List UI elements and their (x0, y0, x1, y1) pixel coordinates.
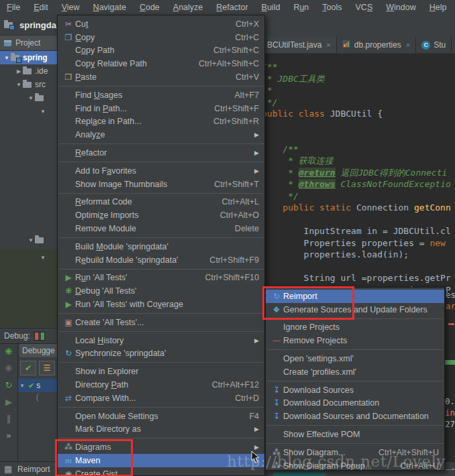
menu-item-show-image-thumbnails[interactable]: Show Image ThumbnailsCtrl+Shift+T (58, 178, 264, 191)
tree-row-src[interactable]: ▼src (0, 78, 57, 91)
menu-separator (266, 381, 444, 381)
debugger-tab[interactable]: Debugge (19, 344, 58, 357)
menu-shortcut: Ctrl+Alt+U (400, 461, 439, 471)
menu-item-open-settings-xml[interactable]: Open 'settings.xml' (266, 352, 444, 365)
tree-row-item[interactable]: ▼ (0, 233, 58, 247)
chevron-down-icon[interactable]: ▼ (3, 55, 11, 61)
menu-item-generate-sources-and-update-folders[interactable]: ❖Generate Sources and Update Folders (266, 303, 444, 316)
menu-item-build-module-springdata[interactable]: Build Module 'springdata' (58, 240, 264, 253)
navbar-project-crumb[interactable]: springda (0, 15, 57, 35)
menu-item-copy-path[interactable]: Copy PathCtrl+Shift+C (58, 44, 264, 58)
chevron-down-icon[interactable]: ▼ (39, 255, 47, 261)
menu-item-debug-all-tests[interactable]: ❋Debug 'All Tests' (58, 284, 264, 298)
tab-close-icon[interactable]: × (326, 41, 330, 49)
menu-item-add-to-favorites[interactable]: Add to Favorites▶ (58, 164, 264, 178)
editor-tab-bcutiltest-java[interactable]: BCUtilTest.java× (262, 37, 337, 53)
rerun-icon[interactable]: ↻ (5, 381, 13, 390)
menu-item-copy[interactable]: ❐CopyCtrl+C (58, 31, 264, 44)
menu-item-local-history[interactable]: Local History▶ (58, 334, 264, 347)
menubar-item-window[interactable]: Window (379, 3, 422, 12)
menu-item-cut[interactable]: ✂CutCtrl+X (58, 17, 264, 31)
menu-item-show-in-explorer[interactable]: Show in Explorer (58, 365, 264, 378)
menu-item-show-effective-pom[interactable]: Show Effective POM (266, 428, 444, 441)
menubar-item-run[interactable]: Run (287, 3, 315, 12)
menu-item-create-all-tests[interactable]: ▣Create 'All Tests'... (58, 316, 264, 329)
editor-tab-db-properties[interactable]: db.properties× (337, 37, 416, 53)
menu-item-reimport[interactable]: ↻Reimport (266, 290, 444, 303)
menu-item-find-in-path[interactable]: Find in Path...Ctrl+Shift+F (58, 102, 264, 115)
tree-row-spring[interactable]: ▼spring (0, 51, 57, 64)
code-line: /** (262, 143, 451, 156)
menu-item-maven[interactable]: mMaven▶ (58, 454, 264, 467)
tree-row-ide[interactable]: ▶.ide (0, 64, 57, 78)
chevron-down-icon[interactable]: ▼ (27, 95, 35, 101)
menubar-item-code[interactable]: Code (133, 3, 166, 12)
debug-icon[interactable]: ❋ (5, 347, 13, 357)
menu-item-remove-module[interactable]: Remove ModuleDelete (58, 222, 264, 235)
menu-item-run-all-tests-with-coverage[interactable]: ▶Run 'All Tests' with Coverage (58, 298, 264, 311)
muted-breakpoints-icon[interactable]: ❋ (5, 364, 13, 373)
menu-item-label: Copy Path (75, 46, 203, 55)
menu-item-download-documentation[interactable]: ↧Download Documentation (266, 397, 444, 410)
menu-item-paste[interactable]: ❒PasteCtrl+V (58, 70, 264, 84)
menu-item-refactor[interactable]: Refactor▶ (58, 146, 264, 160)
menu-item-rebuild-module-springdata[interactable]: Rebuild Module 'springdata'Ctrl+Shift+F9 (58, 253, 264, 267)
menubar-item-help[interactable]: Help (423, 3, 454, 12)
menu-item-analyze[interactable]: Analyze▶ (58, 128, 264, 141)
menu-item-copy-relative-path[interactable]: Copy Relative PathCtrl+Alt+Shift+C (58, 57, 264, 70)
tree-row-item[interactable]: ▼ (0, 91, 57, 105)
menu-item-diagrams[interactable]: ⁂Diagrams▶ (58, 440, 264, 454)
tab-close-icon[interactable]: × (406, 41, 410, 49)
menu-item-label: Directory Path (75, 380, 201, 390)
menu-separator (266, 349, 444, 350)
threads-button[interactable]: ☰ (39, 361, 55, 375)
editor-tab-stu[interactable]: CStu (416, 37, 452, 53)
menubar-item-analyze[interactable]: Analyze (166, 3, 209, 12)
menu-item-reformat-code[interactable]: Reformat CodeCtrl+Alt+L (58, 196, 264, 209)
menu-item-show-diagram-popup[interactable]: ⁂Show Diagram Popup...Ctrl+Alt+U (266, 459, 444, 471)
menu-item-find-usages[interactable]: Find UsagesAlt+F7 (58, 88, 264, 102)
menu-item-create-profiles-xml[interactable]: Create 'profiles.xml' (266, 365, 444, 379)
menu-item-mark-directory-as[interactable]: Mark Directory as▶ (58, 423, 264, 436)
menu-item-synchronize-springdata[interactable]: ↻Synchronize 'springdata' (58, 347, 264, 361)
resume-icon[interactable]: ▶ (5, 398, 12, 407)
code-line (262, 214, 451, 226)
menubar-item-build[interactable]: Build (255, 3, 287, 12)
menu-item-download-sources-and-documentation[interactable]: ↧Download Sources and Documentation (266, 410, 444, 423)
menu-item-directory-path[interactable]: Directory PathCtrl+Alt+F12 (58, 378, 264, 392)
tree-row-item[interactable]: ▼ (0, 105, 57, 118)
menu-item-replace-in-path[interactable]: Replace in Path...Ctrl+Shift+R (58, 115, 264, 129)
debug-session-icon[interactable] (34, 332, 45, 341)
menu-item-remove-projects[interactable]: —Remove Projects (266, 334, 444, 347)
test-tree-row[interactable]: ▼ ✔ s (18, 379, 57, 392)
menubar-item-file[interactable]: File (0, 3, 27, 12)
menu-item-run-all-tests[interactable]: ▶Run 'All Tests'Ctrl+Shift+F10 (58, 272, 264, 285)
menu-item-ignore-projects[interactable]: Ignore Projects (266, 321, 444, 335)
submenu-arrow-icon: ▶ (254, 131, 259, 138)
menubar-item-edit[interactable]: Edit (27, 3, 55, 12)
menu-item-download-sources[interactable]: ↧Download Sources (266, 383, 444, 397)
toolwindow-grid-icon[interactable]: ▦ (4, 464, 12, 474)
tree-row-item[interactable]: ▼ (0, 251, 58, 264)
menubar-item-vcs[interactable]: VCS (349, 3, 380, 12)
maven-submenu: ↻Reimport❖Generate Sources and Update Fo… (265, 287, 445, 471)
menu-item-show-diagram[interactable]: ⁂Show Diagram...Ctrl+Alt+Shift+U (266, 446, 444, 459)
menubar-item-view[interactable]: View (55, 3, 87, 12)
chevron-down-icon[interactable]: ▼ (15, 82, 23, 88)
show-passed-button[interactable]: ✔ (20, 361, 36, 375)
menubar-item-refactor[interactable]: Refactor (209, 3, 254, 12)
hide-icon[interactable]: » (6, 431, 11, 440)
menubar-item-tools[interactable]: Tools (315, 3, 348, 12)
menu-item-optimize-imports[interactable]: Optimize ImportsCtrl+Alt+O (58, 209, 264, 222)
pause-icon[interactable]: ‖ (7, 414, 11, 424)
chevron-right-icon[interactable]: ▶ (15, 68, 23, 74)
chevron-down-icon[interactable]: ▼ (39, 109, 47, 115)
menu-item-open-module-settings[interactable]: Open Module SettingsF4 (58, 410, 264, 423)
menu-item-compare-with[interactable]: ⇄Compare With...Ctrl+D (58, 392, 264, 405)
code-editor[interactable]: /** * JDBC工具类 * */public class JDBCUtil … (262, 61, 451, 296)
chevron-down-icon[interactable]: ▼ (27, 237, 35, 243)
menubar-item-navigate[interactable]: Navigate (87, 3, 133, 12)
menu-item-create-gist[interactable]: ◉Create Gist... (58, 467, 264, 476)
project-tool-tab[interactable]: Project (0, 35, 57, 51)
remove-icon: — (270, 336, 283, 345)
